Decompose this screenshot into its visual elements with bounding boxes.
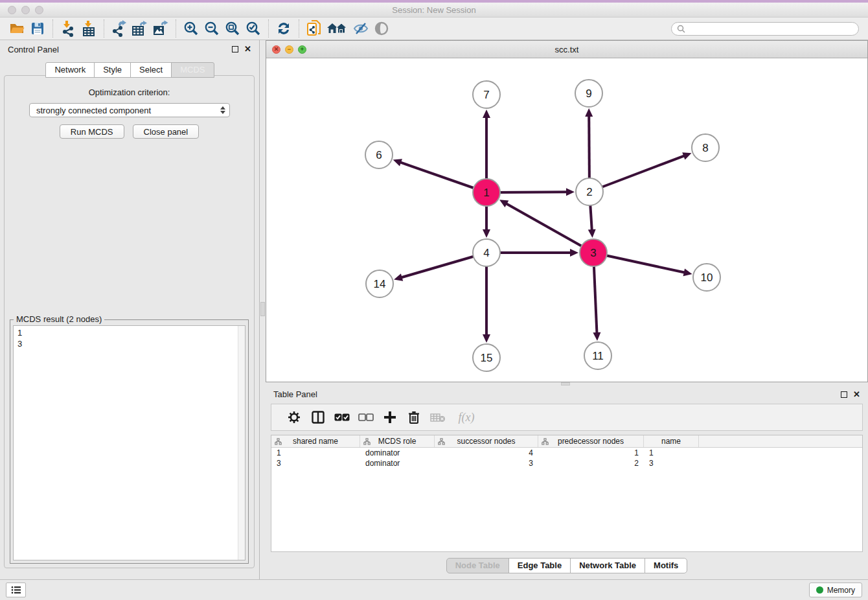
column-settings-icon[interactable] (282, 406, 306, 428)
zoom-window-button[interactable] (35, 6, 43, 14)
mcds-result-text-area[interactable]: 1 3 (13, 325, 246, 560)
graph-node-label: 8 (702, 142, 708, 154)
tab-network[interactable]: Network (45, 62, 95, 78)
mcds-result-text: 1 3 (17, 327, 234, 560)
network-window-titlebar[interactable]: ✕ − + scc.txt (266, 41, 867, 58)
graph-node-label: 4 (483, 247, 489, 259)
table-cell[interactable]: 1 (644, 448, 699, 457)
toolbar-separator (52, 19, 53, 38)
result-scrollbar[interactable] (238, 326, 245, 560)
birds-eye-view-icon[interactable] (371, 19, 392, 38)
refresh-network-icon[interactable] (273, 19, 294, 38)
tab-style[interactable]: Style (94, 62, 131, 78)
table-cell[interactable]: 1 (538, 448, 644, 457)
open-session-icon[interactable] (6, 19, 27, 38)
column-header-1[interactable]: MCDS role (360, 435, 435, 447)
graph-edge[interactable] (506, 203, 593, 253)
criterion-select[interactable]: strongly connected component (29, 103, 230, 117)
add-column-icon[interactable] (378, 406, 402, 428)
select-all-icon[interactable] (330, 406, 354, 428)
memory-button[interactable]: Memory (809, 583, 862, 597)
network-graph: 1234678910111415 (266, 58, 867, 382)
tab-select[interactable]: Select (130, 62, 172, 78)
graph-node-label: 14 (374, 278, 386, 290)
toolbar-separator (176, 19, 176, 38)
graph-node-label: 3 (590, 247, 596, 259)
network-view-window: ✕ − + scc.txt 1234678910111415 (266, 40, 868, 382)
network-close-icon[interactable]: ✕ (272, 45, 280, 54)
tab-network-table[interactable]: Network Table (570, 558, 645, 573)
table-cell[interactable]: 4 (435, 448, 538, 457)
export-image-icon[interactable] (150, 19, 171, 38)
table-cell[interactable]: 3 (435, 459, 538, 468)
column-header-3[interactable]: predecessor nodes (538, 435, 644, 447)
table-cell[interactable]: dominator (360, 459, 435, 468)
export-network-icon[interactable] (109, 19, 130, 38)
table-row[interactable]: 1dominator411 (271, 448, 862, 458)
import-network-icon[interactable] (58, 19, 78, 38)
splitter-handle[interactable] (561, 382, 570, 386)
zoom-out-icon[interactable] (201, 19, 222, 38)
graph-edge-arrowhead (483, 229, 490, 238)
clone-network-icon[interactable] (304, 19, 325, 38)
task-history-button[interactable] (6, 583, 26, 597)
close-window-button[interactable] (8, 6, 16, 14)
search-field[interactable] (671, 22, 859, 36)
graph-node-label: 9 (586, 87, 591, 100)
optimization-criterion-label: Optimization criterion: (5, 87, 254, 97)
minimize-window-button[interactable] (21, 6, 30, 14)
column-header-label: predecessor nodes (558, 437, 624, 446)
table-cell[interactable]: 1 (271, 448, 360, 457)
delete-column-icon[interactable] (402, 406, 426, 428)
mcds-result-title: MCDS result (2 nodes) (14, 314, 104, 324)
table-cell[interactable]: 3 (271, 459, 360, 468)
tab-mcds[interactable]: MCDS (171, 62, 214, 78)
save-session-icon[interactable] (27, 19, 48, 38)
column-header-0[interactable]: shared name (271, 435, 360, 447)
table-cell[interactable]: 2 (538, 459, 644, 468)
delete-table-icon[interactable] (426, 406, 450, 428)
export-table-icon[interactable] (130, 19, 150, 38)
tab-edge-table[interactable]: Edge Table (508, 558, 571, 573)
network-minimize-icon[interactable]: − (285, 45, 293, 54)
control-panel-title: Control Panel (8, 45, 59, 54)
deselect-all-icon[interactable] (354, 406, 378, 428)
network-maximize-icon[interactable]: + (298, 45, 306, 54)
table-row[interactable]: 3dominator323 (271, 458, 862, 468)
close-table-panel-icon[interactable]: ✕ (853, 391, 860, 398)
tab-node-table[interactable]: Node Table (446, 558, 509, 573)
column-header-label: shared name (293, 437, 338, 446)
zoom-fit-icon[interactable] (222, 19, 243, 38)
select-stepper-icon (220, 106, 225, 114)
network-canvas[interactable]: 1234678910111415 (266, 58, 867, 382)
column-header-2[interactable]: successor nodes (435, 435, 538, 447)
split-view-icon[interactable] (306, 406, 330, 428)
float-panel-icon[interactable] (232, 46, 238, 52)
zoom-selected-icon[interactable] (243, 19, 264, 38)
table-cell[interactable]: 3 (644, 459, 699, 468)
horizontal-splitter[interactable] (266, 382, 868, 386)
toggle-graphics-details-icon[interactable] (350, 19, 371, 38)
float-table-panel-icon[interactable] (841, 391, 847, 398)
import-table-icon[interactable] (78, 19, 99, 38)
graph-edge[interactable] (589, 156, 685, 192)
apply-function-icon[interactable]: f(x) (450, 406, 483, 428)
toolbar-separator (268, 19, 269, 38)
column-header-4[interactable]: name (644, 435, 699, 447)
vertical-splitter[interactable] (259, 40, 266, 579)
close-panel-icon[interactable]: ✕ (244, 46, 251, 52)
splitter-handle[interactable] (260, 302, 265, 316)
tab-motifs[interactable]: Motifs (645, 558, 687, 573)
zoom-in-icon[interactable] (181, 19, 201, 38)
window-controls[interactable] (8, 6, 43, 14)
first-neighbors-icon[interactable] (325, 19, 350, 38)
control-panel: Control Panel ✕ Network Style Select MCD… (0, 40, 259, 579)
close-panel-button[interactable]: Close panel (133, 124, 200, 139)
search-input[interactable] (689, 24, 853, 33)
table-cell[interactable]: dominator (360, 448, 435, 457)
graph-edge-arrowhead (588, 229, 596, 238)
table-header-row: shared nameMCDS rolesuccessor nodesprede… (271, 435, 862, 448)
run-mcds-button[interactable]: Run MCDS (60, 124, 124, 139)
node-table[interactable]: shared nameMCDS rolesuccessor nodesprede… (271, 435, 863, 552)
status-bar: Memory (0, 579, 868, 600)
